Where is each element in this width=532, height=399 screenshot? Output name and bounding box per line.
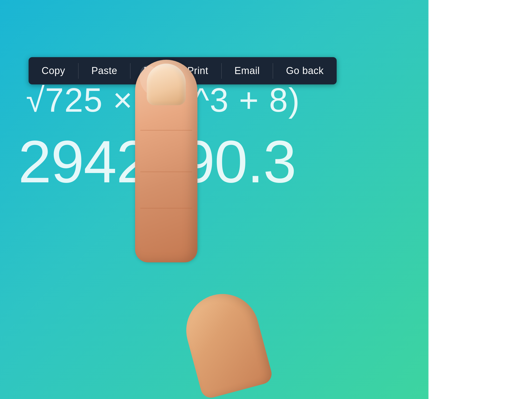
thumb-finger	[178, 286, 274, 399]
knuckle-line-2	[140, 171, 192, 172]
finger-touch-indicator	[127, 60, 210, 294]
right-border-overlay	[428, 0, 532, 399]
knuckle-line-1	[140, 130, 192, 131]
knuckle-line-3	[140, 208, 192, 209]
index-finger	[135, 60, 197, 262]
finger-nail	[147, 64, 186, 105]
content-area: Copy Paste Edit Print Email Go back √725…	[0, 0, 429, 399]
